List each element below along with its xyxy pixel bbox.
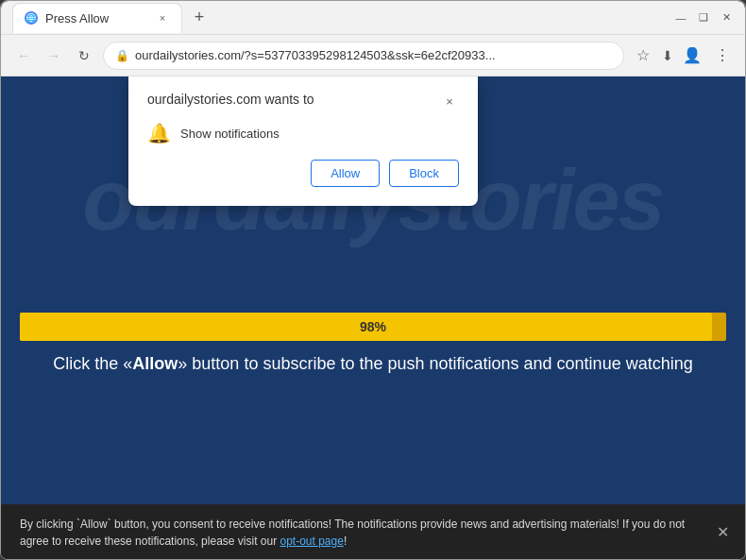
popup-title: ourdailystories.com wants to: [147, 92, 314, 107]
notification-popup: ourdailystories.com wants to × 🔔 Show no…: [128, 76, 478, 206]
close-button[interactable]: ✕: [719, 10, 734, 25]
tab-favicon-icon: 🌐: [25, 11, 38, 25]
download-icon[interactable]: ⬇: [662, 48, 673, 63]
popup-buttons: Allow Block: [147, 160, 459, 187]
new-tab-button[interactable]: +: [186, 5, 212, 31]
lock-icon: 🔒: [115, 49, 129, 62]
back-button[interactable]: ←: [12, 44, 35, 67]
window-controls: — ❑ ✕: [673, 10, 734, 25]
forward-button[interactable]: →: [42, 44, 65, 67]
cta-text: Click the «Allow» button to subscribe to…: [1, 352, 745, 376]
reload-button[interactable]: ↻: [73, 44, 95, 67]
page-content: ourdailystories ourdailystories.com want…: [1, 76, 745, 560]
banner-close-button[interactable]: ✕: [711, 521, 734, 544]
cta-text-before: Click the «: [53, 354, 132, 373]
menu-button[interactable]: ⋮: [711, 44, 734, 67]
tab-bar: 🌐 Press Allow × +: [12, 3, 673, 33]
bookmark-icon[interactable]: ☆: [632, 44, 654, 67]
progress-bar-container: 98%: [20, 313, 726, 341]
block-button[interactable]: Block: [389, 160, 459, 187]
minimize-button[interactable]: —: [673, 10, 688, 25]
popup-notification-label: Show notifications: [180, 127, 280, 141]
url-text: ourdailystories.com/?s=53770339529812450…: [135, 48, 612, 62]
tab-close-button[interactable]: ×: [155, 10, 170, 25]
tab-title: Press Allow: [45, 11, 109, 25]
popup-header: ourdailystories.com wants to ×: [147, 92, 459, 110]
bell-icon: 🔔: [147, 122, 171, 144]
address-input[interactable]: 🔒 ourdailystories.com/?s=537703395298124…: [103, 42, 624, 70]
account-icon[interactable]: 👤: [681, 44, 704, 67]
opt-out-link[interactable]: opt-out page: [280, 535, 343, 548]
maximize-button[interactable]: ❑: [696, 10, 711, 25]
banner-text-end: !: [344, 535, 347, 548]
progress-label: 98%: [360, 319, 386, 334]
banner-text-main: By clicking `Allow` button, you consent …: [20, 518, 685, 548]
cta-text-bold: Allow: [132, 354, 178, 373]
cta-text-after: » button to subscribe to the push notifi…: [178, 354, 692, 373]
active-tab[interactable]: 🌐 Press Allow ×: [12, 3, 182, 33]
allow-button[interactable]: Allow: [311, 160, 380, 187]
popup-close-button[interactable]: ×: [440, 92, 459, 110]
browser-titlebar: 🌐 Press Allow × + — ❑ ✕: [1, 1, 745, 35]
popup-notification-row: 🔔 Show notifications: [147, 122, 459, 144]
bottom-consent-banner: By clicking `Allow` button, you consent …: [1, 504, 745, 560]
address-bar: ← → ↻ 🔒 ourdailystories.com/?s=537703395…: [1, 35, 745, 76]
